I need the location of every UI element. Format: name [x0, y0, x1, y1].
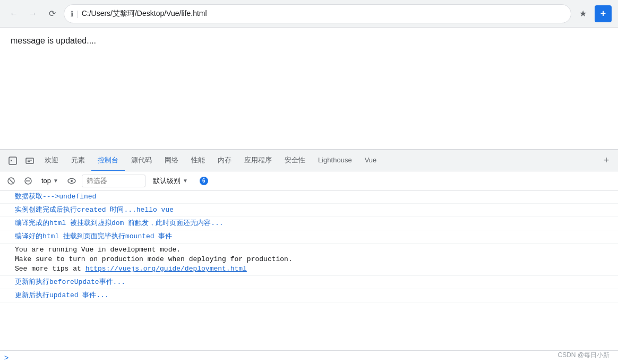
svg-rect-3 [28, 160, 32, 161]
tab-performance[interactable]: 性能 [185, 150, 211, 171]
devtools-icon-2[interactable] [21, 152, 38, 169]
block-button[interactable] [21, 174, 35, 188]
page-message: message is updated.... [11, 36, 607, 46]
reload-button[interactable]: ⟳ [45, 6, 59, 21]
tab-console[interactable]: 控制台 [91, 150, 125, 171]
svg-point-10 [71, 180, 73, 182]
chevron-down-icon: ▼ [53, 178, 58, 184]
back-button[interactable]: ← [6, 6, 21, 21]
error-badge[interactable]: 6 [195, 176, 212, 186]
tab-application[interactable]: 应用程序 [238, 150, 278, 171]
star-button[interactable]: ★ [576, 6, 590, 21]
console-line-6: 更新前执行beforeUpdate事件... [0, 276, 618, 289]
level-label: 默认级别 [153, 176, 181, 186]
add-tab-button[interactable]: + [599, 153, 614, 168]
error-count: 6 [202, 178, 205, 184]
clear-console-button[interactable] [4, 174, 18, 188]
filter-input[interactable] [82, 175, 145, 187]
svg-line-6 [10, 179, 13, 183]
console-line-4: 编译好的html 挂载到页面完毕执行mounted 事件 [0, 230, 618, 244]
level-chevron-icon: ▼ [183, 178, 188, 184]
browser-toolbar: ← → ⟳ ℹ | C:/Users/艾黎珂/Desktop/Vue/life.… [0, 0, 618, 28]
devtools-tabs: 欢迎 元素 控制台 源代码 网络 性能 内存 应用程序 安全性 Lighthou… [0, 150, 618, 171]
console-text-4: 编译好的html 挂载到页面完毕执行mounted 事件 [15, 232, 614, 241]
devtools-icon-1[interactable] [4, 152, 21, 169]
svg-rect-4 [28, 161, 30, 162]
console-line-5: You are running Vue in development mode.… [0, 244, 618, 276]
console-line-1: 数据获取--->undefined [0, 190, 618, 204]
address-bar[interactable]: ℹ | C:/Users/艾黎珂/Desktop/Vue/life.html [64, 4, 571, 23]
svg-rect-1 [11, 160, 12, 161]
error-count-badge: 6 [200, 177, 208, 185]
devtools-panel: 欢迎 元素 控制台 源代码 网络 性能 内存 应用程序 安全性 Lighthou… [0, 150, 618, 364]
console-line-2: 实例创建完成后执行created 时间...hello vue [0, 204, 618, 217]
tab-network[interactable]: 网络 [158, 150, 185, 171]
tab-vue[interactable]: Vue [358, 150, 383, 171]
console-text-7: 更新后执行updated 事件... [15, 291, 614, 300]
console-line-7: 更新后执行updated 事件... [0, 289, 618, 302]
url-text: C:/Users/艾黎珂/Desktop/Vue/life.html [82, 9, 564, 19]
tab-lighthouse[interactable]: Lighthouse [312, 150, 358, 171]
console-text-6: 更新前执行beforeUpdate事件... [15, 278, 614, 287]
svg-rect-2 [26, 158, 33, 163]
console-text-1: 数据获取--->undefined [15, 192, 614, 202]
tab-memory[interactable]: 内存 [211, 150, 238, 171]
console-text-2: 实例创建完成后执行created 时间...hello vue [15, 205, 614, 215]
eye-button[interactable] [65, 174, 79, 188]
console-toolbar: top ▼ 默认级别 ▼ 6 [0, 171, 618, 190]
context-selector[interactable]: top ▼ [38, 176, 62, 186]
watermark: CSDN @每日小新 [557, 351, 610, 360]
tab-elements[interactable]: 元素 [65, 150, 91, 171]
console-text-5: You are running Vue in development mode.… [15, 245, 614, 274]
tab-security[interactable]: 安全性 [278, 150, 312, 171]
console-text-3: 编译完成的html 被挂载到虚拟dom 前触发，此时页面还无内容... [15, 219, 614, 228]
deployment-link[interactable]: https://vuejs.org/guide/deployment.html [85, 265, 247, 273]
console-prompt[interactable]: > [0, 350, 618, 364]
console-input[interactable] [11, 353, 614, 361]
svg-rect-0 [9, 157, 16, 164]
forward-button[interactable]: → [25, 6, 40, 21]
log-level-selector[interactable]: 默认级别 ▼ [149, 175, 192, 187]
page-content: message is updated.... [0, 28, 618, 150]
tab-sources[interactable]: 源代码 [125, 150, 158, 171]
separator: | [76, 10, 79, 18]
console-line-3: 编译完成的html 被挂载到虚拟dom 前触发，此时页面还无内容... [0, 217, 618, 230]
context-label: top [41, 177, 51, 185]
extensions-icon[interactable]: + [595, 5, 612, 22]
tab-welcome[interactable]: 欢迎 [38, 150, 65, 171]
prompt-arrow-icon: > [4, 353, 8, 362]
info-icon: ℹ [71, 10, 73, 18]
console-output: 数据获取--->undefined 实例创建完成后执行created 时间...… [0, 190, 618, 350]
